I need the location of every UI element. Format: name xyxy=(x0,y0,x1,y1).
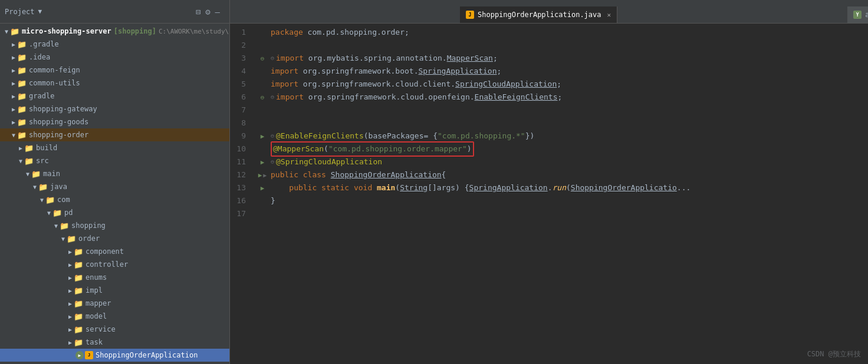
sidebar-item-mapper[interactable]: ▶ 📁 mapper xyxy=(0,297,229,310)
pd-folder-icon: 📁 xyxy=(52,209,62,217)
yml-file-icon: Y xyxy=(853,11,862,19)
tab-java-close[interactable]: ✕ xyxy=(607,11,611,19)
ln-5: 5 xyxy=(230,78,251,91)
fn-main: main xyxy=(377,181,395,194)
split-icon[interactable]: ⊟ xyxy=(196,7,200,16)
ln-1: 1 xyxy=(230,26,251,39)
gc-11: ▶ xyxy=(257,155,268,168)
sidebar-item-enums[interactable]: ▶ 📁 enums xyxy=(0,271,229,284)
sidebar-item-main[interactable]: ▼ 📁 main xyxy=(0,167,229,180)
main-area: ▼ 📁 micro-shopping-server [shopping] C:\… xyxy=(0,24,868,364)
sidebar-item-component[interactable]: ▶ 📁 component xyxy=(0,245,229,258)
root-bold: [shopping] xyxy=(114,27,156,35)
run-icon-12[interactable]: ▶ xyxy=(258,171,262,179)
sidebar-item-impl[interactable]: ▶ 📁 impl xyxy=(0,284,229,297)
run-icon-11[interactable]: ▶ xyxy=(261,158,265,166)
gc-3: ⊖ xyxy=(257,52,268,65)
code-line-8 xyxy=(271,117,868,130)
idea-folder-icon: 📁 xyxy=(17,53,27,62)
task-folder-icon: 📁 xyxy=(74,338,83,347)
shopping-gateway-arrow: ▶ xyxy=(12,106,15,112)
run-icon-13[interactable]: ▶ xyxy=(261,184,265,192)
sidebar-item-common-utils[interactable]: ▶ 📁 common-utils xyxy=(0,77,229,90)
sidebar-item-idea[interactable]: ▶ 📁 .idea xyxy=(0,51,229,64)
service-folder-icon: 📁 xyxy=(74,325,83,334)
sidebar-item-com[interactable]: ▼ 📁 com xyxy=(0,193,229,206)
main-folder-icon: 📁 xyxy=(31,170,41,178)
sidebar-item-shopping-order-application[interactable]: ▶ J ShoppingOrderApplication xyxy=(0,349,229,362)
eq-9: = { xyxy=(424,130,438,143)
ln-11: 11 xyxy=(230,155,251,168)
fold-icon-6[interactable]: ⊖ xyxy=(261,94,265,101)
root-path: C:\AWORK\me\study\spri... xyxy=(159,28,229,35)
gc-17 xyxy=(257,207,268,220)
gradle2-arrow: ▶ xyxy=(12,93,15,100)
code-line-1: package com.pd.shopping.order; xyxy=(271,26,868,39)
shopping-order-arrow: ▼ xyxy=(12,132,15,138)
sidebar-item-controller[interactable]: ▶ 📁 controller xyxy=(0,258,229,271)
mapper-label: mapper xyxy=(86,299,111,307)
indent-13-spaces xyxy=(271,181,289,194)
tab-yml[interactable]: Y application.yml ✕ xyxy=(847,6,868,23)
paren-13a: ( xyxy=(395,181,400,194)
code-line-13: public static void main(String[] args) {… xyxy=(271,181,868,194)
kw-import-6: import xyxy=(276,91,304,104)
service-label: service xyxy=(86,325,116,333)
service-arrow: ▶ xyxy=(68,326,72,333)
gc-4 xyxy=(257,65,268,78)
controller-arrow: ▶ xyxy=(68,262,72,268)
class-springapp-2: SpringApplication xyxy=(469,181,548,194)
common-utils-folder-icon: 📁 xyxy=(17,79,27,88)
sidebar-item-model[interactable]: ▶ 📁 model xyxy=(0,310,229,323)
mapper-scan-red-box: @MapperScan("com.pd.shopping.order.mappe… xyxy=(271,141,474,157)
order-label: order xyxy=(78,234,100,243)
sidebar-root[interactable]: ▼ 📁 micro-shopping-server [shopping] C:\… xyxy=(0,25,229,38)
semi-6: ; xyxy=(557,91,562,104)
sidebar-item-shopping[interactable]: ▼ 📁 shopping xyxy=(0,219,229,232)
sidebar-item-task[interactable]: ▶ 📁 task xyxy=(0,336,229,349)
minimize-icon[interactable]: — xyxy=(215,7,220,16)
space-12a xyxy=(298,168,303,181)
project-dropdown[interactable]: ▼ xyxy=(38,8,42,15)
sidebar-item-src[interactable]: ▼ 📁 src xyxy=(0,154,229,167)
code-line-16: } xyxy=(271,194,868,207)
ann-springcloud: @SpringCloudApplication xyxy=(276,155,382,168)
ln-2: 2 xyxy=(230,39,251,52)
gc-16 xyxy=(257,194,268,207)
sidebar-item-common-feign[interactable]: ▶ 📁 common-feign xyxy=(0,64,229,77)
code-line-3: ⊖ import org.mybatis.spring.annotation.M… xyxy=(271,52,868,65)
ellipsis-13: ... xyxy=(677,181,691,194)
code-editor[interactable]: 1 2 3 4 5 6 7 8 9 10 11 12 13 16 17 xyxy=(230,24,868,364)
settings-icon[interactable]: ⚙ xyxy=(205,7,210,16)
gc-10 xyxy=(257,143,268,155)
java-run-icon-group: ▶ J xyxy=(75,351,96,359)
fold-icon-3[interactable]: ⊖ xyxy=(261,55,265,62)
sidebar-item-order[interactable]: ▼ 📁 order xyxy=(0,232,229,245)
base-packages: basePackages xyxy=(369,130,424,143)
paren-10a: ( xyxy=(324,143,328,155)
run-icon-9[interactable]: ▶ xyxy=(261,133,265,140)
sidebar-item-pd[interactable]: ▼ 📁 pd xyxy=(0,206,229,219)
sidebar-item-shopping-goods[interactable]: ▶ 📁 shopping-goods xyxy=(0,115,229,128)
sidebar-item-build[interactable]: ▶ 📁 build xyxy=(0,141,229,154)
ln-9: 9 xyxy=(230,130,251,143)
gradle2-folder-icon: 📁 xyxy=(17,92,27,101)
sidebar-item-gradle1[interactable]: ▶ 📁 .gradle xyxy=(0,38,229,51)
shopping-gateway-label: shopping-gateway xyxy=(29,105,97,113)
com-label: com xyxy=(57,196,70,204)
impl-folder-icon: 📁 xyxy=(74,286,83,295)
common-feign-folder-icon: 📁 xyxy=(17,66,27,75)
sidebar-item-service[interactable]: ▶ 📁 service xyxy=(0,323,229,336)
sidebar-item-gradle2[interactable]: ▶ 📁 gradle xyxy=(0,90,229,102)
semi-3: ; xyxy=(493,52,498,65)
sidebar-item-resources[interactable]: ▶ 📁 resources xyxy=(0,362,229,364)
sidebar-item-shopping-gateway[interactable]: ▶ 📁 shopping-gateway xyxy=(0,102,229,115)
sidebar-item-java[interactable]: ▼ 📁 java xyxy=(0,180,229,193)
fold-arrow-12[interactable]: ▶ xyxy=(263,172,267,178)
sidebar-item-shopping-order[interactable]: ▼ 📁 shopping-order xyxy=(0,128,229,141)
tab-java[interactable]: J ShoppingOrderApplication.java ✕ xyxy=(460,6,617,23)
space-13b xyxy=(349,181,354,194)
gc-1 xyxy=(257,26,268,39)
space-13d: args) { xyxy=(437,181,469,194)
code-lines: package com.pd.shopping.order; ⊖ import … xyxy=(268,26,868,362)
